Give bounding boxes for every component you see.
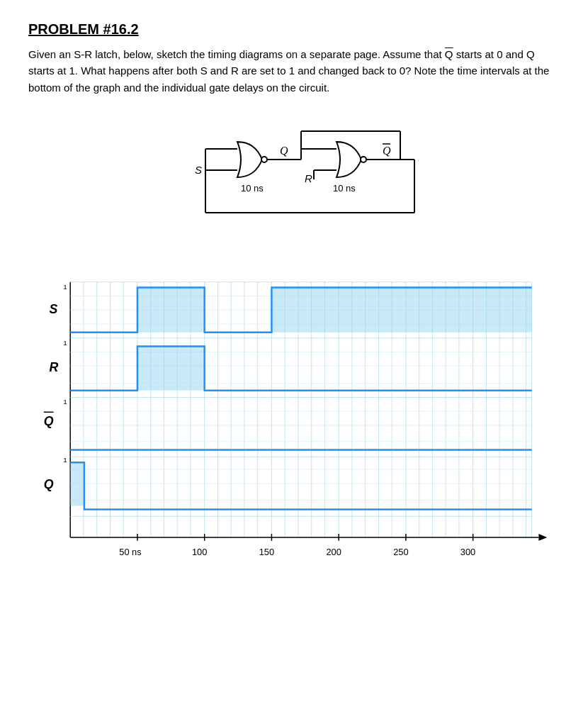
svg-text:Q: Q bbox=[280, 145, 288, 157]
circuit-svg: Q 10 ns S Q 10 ns R bbox=[145, 110, 443, 252]
q-bar-label: Q bbox=[445, 48, 453, 60]
problem-text: Given an S-R latch, below, sketch the ti… bbox=[28, 46, 560, 96]
svg-text:10 ns: 10 ns bbox=[241, 183, 264, 194]
svg-rect-86 bbox=[70, 462, 84, 506]
time-label-50: 50 ns bbox=[119, 546, 141, 557]
qbar-one-marker: 1 bbox=[63, 398, 67, 406]
q-signal-label: Q bbox=[44, 477, 54, 491]
svg-rect-83 bbox=[137, 287, 205, 332]
s-one-marker: 1 bbox=[63, 282, 67, 290]
time-label-150: 150 bbox=[259, 546, 274, 557]
svg-marker-88 bbox=[538, 534, 547, 541]
problem-title: PROBLEM #16.2 bbox=[28, 21, 560, 38]
q-bar-signal-label: Q bbox=[44, 414, 54, 428]
svg-point-10 bbox=[361, 157, 366, 162]
svg-text:Q: Q bbox=[383, 145, 391, 157]
r-label: R bbox=[50, 360, 59, 374]
svg-text:10 ns: 10 ns bbox=[333, 183, 356, 194]
time-label-200: 200 bbox=[326, 546, 341, 557]
svg-text:S: S bbox=[195, 164, 202, 176]
svg-text:R: R bbox=[305, 172, 312, 184]
svg-rect-85 bbox=[137, 346, 205, 390]
svg-rect-84 bbox=[271, 287, 531, 332]
q-one-marker: 1 bbox=[63, 456, 67, 464]
r-one-marker: 1 bbox=[63, 338, 67, 346]
timing-svg: S R Q Q 1 1 1 1 bbox=[28, 273, 560, 578]
time-label-250: 250 bbox=[393, 546, 408, 557]
time-label-100: 100 bbox=[192, 546, 207, 557]
s-label: S bbox=[50, 302, 58, 316]
svg-point-2 bbox=[261, 157, 267, 162]
circuit-diagram: Q 10 ns S Q 10 ns R bbox=[28, 110, 560, 252]
time-label-300: 300 bbox=[460, 546, 475, 557]
timing-diagram: S R Q Q 1 1 1 1 bbox=[28, 273, 560, 578]
